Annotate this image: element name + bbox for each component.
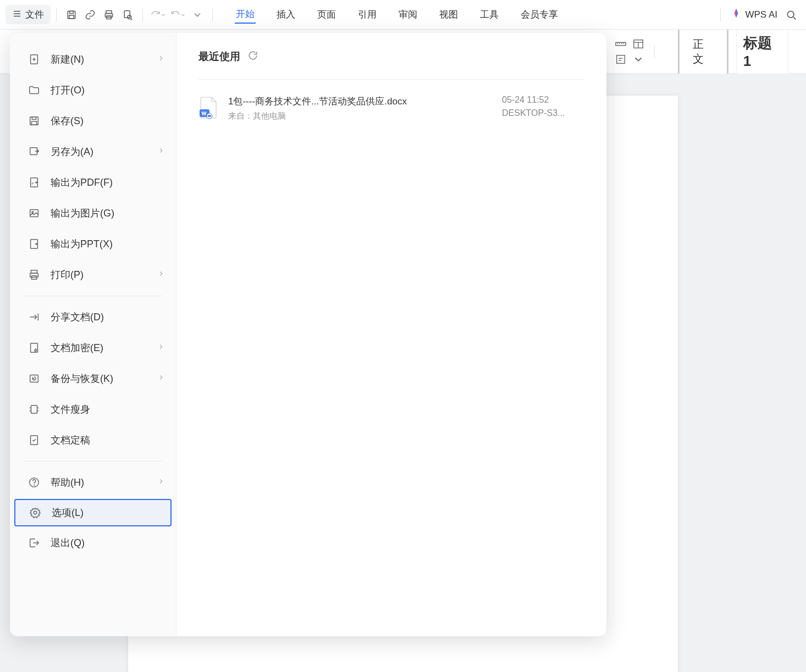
menu-new[interactable]: 新建(N) <box>10 44 176 75</box>
menu-ppt[interactable]: 输出为PPT(X) <box>10 229 176 259</box>
svg-rect-28 <box>31 121 36 125</box>
menu-exit[interactable]: 退出(Q) <box>10 527 176 558</box>
wrap-icon[interactable] <box>615 53 627 65</box>
share-icon <box>27 310 41 324</box>
svg-line-11 <box>131 18 133 20</box>
tab-page[interactable]: 页面 <box>316 6 337 23</box>
svg-rect-22 <box>617 55 625 63</box>
menu-image[interactable]: 输出为图片(G) <box>10 198 176 229</box>
menu-share[interactable]: 分享文档(D) <box>10 302 176 332</box>
open-icon <box>27 84 41 97</box>
file-menu-button[interactable]: 文件 <box>5 5 51 24</box>
menu-pdf[interactable]: P 输出为PDF(F) <box>10 167 176 198</box>
saveas-icon <box>27 145 41 158</box>
tab-insert[interactable]: 插入 <box>275 6 296 23</box>
menu-label: 打印(P) <box>51 268 157 281</box>
tab-view[interactable]: 视图 <box>438 6 459 23</box>
svg-rect-42 <box>31 406 37 414</box>
print-icon[interactable] <box>102 8 116 22</box>
hamburger-icon <box>12 9 22 21</box>
tab-tools[interactable]: 工具 <box>479 6 500 23</box>
menu-label: 新建(N) <box>51 53 157 66</box>
svg-rect-36 <box>31 270 37 274</box>
menu-save[interactable]: 保存(S) <box>10 105 176 136</box>
layout-icon[interactable] <box>632 38 644 50</box>
menu-backup[interactable]: 备份与恢复(K) <box>10 363 176 394</box>
preview-icon[interactable] <box>120 8 135 22</box>
link-icon[interactable] <box>83 8 97 22</box>
recent-header: 最近使用 <box>198 49 584 64</box>
svg-point-40 <box>35 349 37 352</box>
check-icon <box>27 434 41 447</box>
wps-ai-icon <box>731 8 742 21</box>
menu-options[interactable]: 选项(L) <box>14 499 172 526</box>
pdf-icon: P <box>27 176 41 189</box>
image-icon <box>27 207 41 220</box>
tab-review[interactable]: 审阅 <box>398 6 418 23</box>
new-icon <box>27 53 41 66</box>
menu-encrypt[interactable]: 文档加密(E) <box>10 332 176 363</box>
tab-member[interactable]: 会员专享 <box>520 6 559 23</box>
wps-ai-button[interactable]: WPS AI <box>731 8 777 21</box>
tab-reference[interactable]: 引用 <box>357 6 378 23</box>
recent-file-meta: 05-24 11:52 DESKTOP-S3... <box>502 95 584 118</box>
refresh-icon[interactable] <box>248 51 258 63</box>
search-icon[interactable] <box>784 8 798 22</box>
misc-icons <box>615 38 644 65</box>
wps-ai-label: WPS AI <box>745 9 777 20</box>
style-normal[interactable]: 正文 <box>678 26 728 77</box>
menu-finalize[interactable]: 文档定稿 <box>10 425 176 456</box>
separator <box>654 45 655 58</box>
gear-icon <box>29 506 42 519</box>
chevron-right-icon <box>157 343 165 353</box>
divider <box>198 79 584 80</box>
menu-label: 另存为(A) <box>51 145 157 158</box>
save-icon <box>27 114 41 127</box>
recent-file-date: 05-24 11:52 <box>502 95 584 105</box>
chevron-right-icon <box>157 270 165 280</box>
more-dropdown-icon[interactable] <box>632 53 644 65</box>
svg-point-50 <box>34 511 37 514</box>
menu-help[interactable]: 帮助(H) <box>10 467 176 498</box>
svg-point-12 <box>787 11 794 18</box>
menu-label: 输出为PDF(F) <box>51 176 165 189</box>
menu-label: 备份与恢复(K) <box>51 372 157 385</box>
separator <box>720 8 721 21</box>
separator <box>212 8 213 21</box>
redo-button[interactable] <box>170 10 186 20</box>
svg-rect-14 <box>616 42 626 46</box>
svg-rect-9 <box>124 10 130 18</box>
svg-line-13 <box>793 17 796 19</box>
dropdown-icon[interactable] <box>190 8 205 22</box>
recent-file-item[interactable]: 1包----商务技术文件...节活动奖品供应.docx 来自：其他电脑 05-2… <box>198 90 584 127</box>
menu-label: 打开(O) <box>51 84 165 97</box>
help-icon <box>27 476 41 489</box>
recent-file-name: 1包----商务技术文件...节活动奖品供应.docx <box>228 95 502 108</box>
menu-label: 文档加密(E) <box>51 341 157 354</box>
save-icon[interactable] <box>64 8 79 22</box>
chevron-right-icon <box>157 54 165 64</box>
ppt-icon <box>27 237 41 251</box>
menu-open[interactable]: 打开(O) <box>10 75 176 105</box>
chevron-right-icon <box>157 374 165 384</box>
menu-label: 分享文档(D) <box>51 310 165 324</box>
menu-saveas[interactable]: 另存为(A) <box>10 136 176 167</box>
ruler-icon[interactable] <box>615 38 627 50</box>
file-menu-sidebar: 新建(N) 打开(O) 保存(S) 另存为(A) P 输出为PDF(F) 输出为… <box>10 33 176 636</box>
undo-button[interactable] <box>151 10 166 20</box>
menu-label: 帮助(H) <box>51 476 157 489</box>
tab-start[interactable]: 开始 <box>235 5 256 24</box>
styles-gallery: 正文 标题 1 <box>678 26 796 77</box>
exit-icon <box>27 536 41 549</box>
menu-slim[interactable]: 文件瘦身 <box>10 394 176 425</box>
menu-label: 文件瘦身 <box>51 403 165 416</box>
menu-label: 选项(L) <box>52 506 164 519</box>
style-heading1[interactable]: 标题 1 <box>736 27 788 76</box>
lock-icon <box>27 341 41 354</box>
svg-point-10 <box>128 15 131 19</box>
menu-label: 保存(S) <box>51 114 165 127</box>
menu-print[interactable]: 打印(P) <box>10 259 176 290</box>
menu-divider <box>23 296 163 296</box>
menu-label: 退出(Q) <box>51 536 165 549</box>
svg-rect-27 <box>32 117 36 120</box>
